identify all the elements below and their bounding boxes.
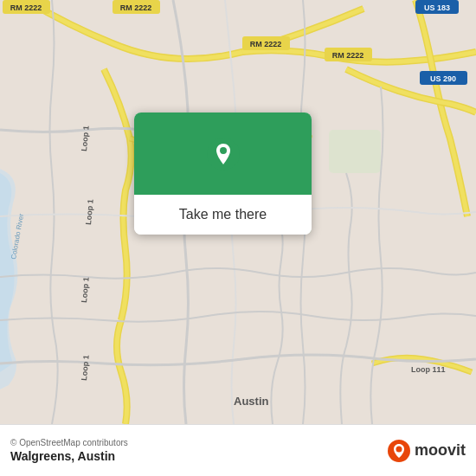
svg-point-23 xyxy=(220,147,227,154)
card-button-area[interactable]: Take me there xyxy=(134,195,312,235)
place-name: Walgreens, Austin xyxy=(10,449,128,463)
navigation-card: Take me there xyxy=(134,113,312,235)
moovit-text: moovit xyxy=(415,441,466,460)
svg-text:US 290: US 290 xyxy=(430,74,456,83)
svg-rect-2 xyxy=(329,130,381,173)
map-container: RM 2222 RM 2222 RM 2222 RM 2222 US 183 U… xyxy=(0,0,476,424)
svg-text:Loop 111: Loop 111 xyxy=(411,365,446,374)
card-green-header xyxy=(134,113,312,195)
svg-text:Austin: Austin xyxy=(234,395,269,408)
svg-text:US 183: US 183 xyxy=(424,3,450,12)
moovit-logo: moovit xyxy=(387,439,466,463)
svg-text:RM 2222: RM 2222 xyxy=(250,40,282,48)
take-me-there-button[interactable]: Take me there xyxy=(143,207,303,222)
moovit-icon xyxy=(387,439,411,463)
bottom-bar: © OpenStreetMap contributors Walgreens, … xyxy=(0,424,476,476)
bottom-left-info: © OpenStreetMap contributors Walgreens, … xyxy=(10,438,128,463)
svg-text:RM 2222: RM 2222 xyxy=(332,51,364,60)
svg-text:RM 2222: RM 2222 xyxy=(10,3,42,12)
svg-text:RM 2222: RM 2222 xyxy=(120,3,152,12)
svg-point-25 xyxy=(396,446,402,452)
osm-attribution: © OpenStreetMap contributors xyxy=(10,438,128,447)
location-pin-icon xyxy=(207,138,240,170)
